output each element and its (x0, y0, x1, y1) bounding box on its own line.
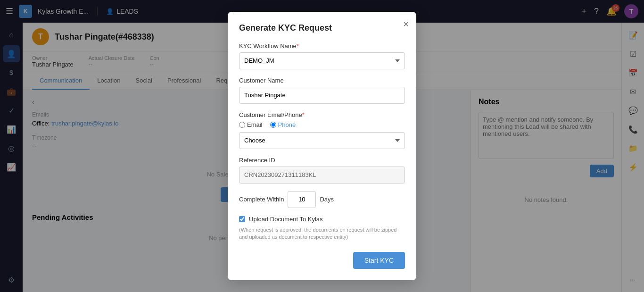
reference-id-input[interactable] (239, 167, 405, 184)
kyc-workflow-label: KYC Workflow Name* (239, 42, 405, 50)
kyc-modal: Generate KYC Request × KYC Workflow Name… (228, 12, 416, 281)
phone-option-text: Phone (278, 121, 296, 128)
customer-name-label: Customer Name (239, 77, 405, 84)
upload-checkbox-row: Upload Document To Kylas (239, 216, 405, 223)
email-radio[interactable] (239, 122, 245, 128)
complete-within-label: Complete Within (239, 196, 284, 203)
phone-radio-label[interactable]: Phone (270, 121, 296, 128)
choose-dropdown[interactable]: Choose (239, 132, 405, 149)
email-option-text: Email (247, 121, 263, 128)
upload-checkbox[interactable] (239, 216, 245, 222)
modal-footer: Start KYC (239, 252, 405, 269)
radio-group: Email Phone (239, 121, 405, 128)
email-radio-label[interactable]: Email (239, 121, 263, 128)
start-kyc-btn[interactable]: Start KYC (353, 252, 405, 269)
reference-id-label: Reference ID (239, 157, 405, 164)
upload-checkbox-label: Upload Document To Kylas (249, 216, 323, 223)
kyc-workflow-select[interactable]: DEMO_JM (239, 52, 405, 69)
customer-name-input[interactable] (239, 87, 405, 104)
complete-within-input[interactable] (288, 191, 316, 208)
customer-email-phone-group: Customer Email/Phone* Email Phone Choose (239, 111, 405, 149)
upload-note: (When request is approved, the documents… (239, 226, 405, 241)
customer-name-group: Customer Name (239, 77, 405, 104)
modal-overlay: Generate KYC Request × KYC Workflow Name… (0, 0, 644, 292)
complete-within-row: Complete Within Days (239, 191, 405, 208)
modal-title: Generate KYC Request (239, 23, 405, 33)
modal-close-btn[interactable]: × (403, 19, 409, 29)
customer-email-phone-label: Customer Email/Phone* (239, 111, 405, 118)
kyc-workflow-group: KYC Workflow Name* DEMO_JM (239, 42, 405, 69)
reference-id-group: Reference ID (239, 157, 405, 184)
complete-within-group: Complete Within Days (239, 191, 405, 208)
days-label: Days (320, 196, 334, 203)
phone-radio[interactable] (270, 122, 276, 128)
